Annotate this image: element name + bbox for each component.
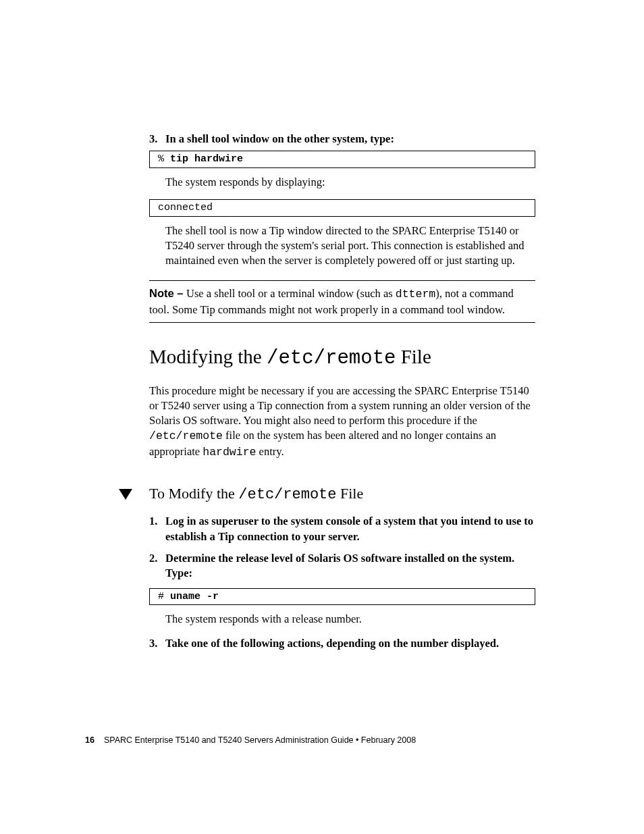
page-footer: 16SPARC Enterprise T5140 and T5240 Serve… bbox=[85, 735, 416, 746]
section-heading-pre: Modifying the bbox=[149, 346, 267, 367]
step-2-body: The system responds with a release numbe… bbox=[165, 612, 535, 627]
page-number: 16 bbox=[85, 735, 95, 745]
code-prompt: # bbox=[158, 591, 170, 602]
step-text: Take one of the following actions, depen… bbox=[165, 636, 535, 651]
code-box-connected: connected bbox=[149, 199, 535, 217]
step-2-response: The system responds with a release numbe… bbox=[165, 612, 535, 627]
step-3b-item: 3. Take one of the following actions, de… bbox=[149, 636, 535, 651]
note-label: Note – bbox=[149, 287, 186, 299]
subsection-heading: To Modify the /etc/remote File bbox=[149, 484, 363, 505]
note-text: Note – Use a shell tool or a terminal wi… bbox=[149, 281, 535, 322]
note-rule-bottom bbox=[149, 322, 535, 323]
code-box-uname: # uname -r bbox=[149, 588, 535, 606]
code-output: connected bbox=[158, 202, 213, 213]
step-3-body: The system responds by displaying: bbox=[165, 175, 535, 190]
code-command: tip hardwire bbox=[170, 153, 243, 165]
sp-p3: entry. bbox=[256, 445, 284, 458]
subsection-code: /etc/remote bbox=[238, 486, 336, 503]
step-2-item: 2. Determine the release level of Solari… bbox=[149, 551, 535, 581]
tip-explanation-text: The shell tool is now a Tip window direc… bbox=[165, 224, 535, 269]
step-text: Log in as superuser to the system consol… bbox=[165, 514, 535, 544]
subsection-pre: To Modify the bbox=[149, 485, 238, 502]
note-pre: Use a shell tool or a terminal window (s… bbox=[186, 287, 396, 300]
page-content: 3. In a shell tool window on the other s… bbox=[149, 132, 535, 656]
step-number: 2. bbox=[149, 551, 165, 581]
tip-explanation: The shell tool is now a Tip window direc… bbox=[165, 224, 535, 269]
step-3-item: 3. In a shell tool window on the other s… bbox=[149, 132, 535, 147]
note-code: dtterm bbox=[396, 288, 435, 301]
response-intro: The system responds by displaying: bbox=[165, 175, 535, 190]
step-text: Determine the release level of Solaris O… bbox=[165, 551, 535, 581]
svg-marker-0 bbox=[119, 489, 132, 500]
sp-p1: This procedure might be necessary if you… bbox=[149, 384, 531, 427]
step-number: 1. bbox=[149, 514, 165, 544]
section-heading-post: File bbox=[396, 346, 431, 367]
note-block: Note – Use a shell tool or a terminal wi… bbox=[149, 280, 535, 323]
section-heading: Modifying the /etc/remote File bbox=[149, 344, 535, 371]
sp-c1: /etc/remote bbox=[149, 429, 223, 442]
step-list-lower: 1. Log in as superuser to the system con… bbox=[149, 514, 535, 581]
procedure-heading-row: To Modify the /etc/remote File bbox=[118, 484, 535, 505]
sp-c2: hardwire bbox=[203, 446, 256, 459]
code-box-tip: % tip hardwire bbox=[149, 151, 535, 168]
subsection-post: File bbox=[337, 485, 364, 502]
section-heading-code: /etc/remote bbox=[267, 347, 396, 369]
code-prompt: % bbox=[158, 153, 170, 165]
step-number: 3. bbox=[149, 636, 165, 651]
step-text: In a shell tool window on the other syst… bbox=[165, 132, 535, 147]
footer-title: SPARC Enterprise T5140 and T5240 Servers… bbox=[104, 735, 416, 745]
step-list-upper: 3. In a shell tool window on the other s… bbox=[149, 132, 535, 147]
step-list-lower-2: 3. Take one of the following actions, de… bbox=[149, 636, 535, 651]
section-paragraph: This procedure might be necessary if you… bbox=[149, 384, 535, 460]
step-number: 3. bbox=[149, 132, 165, 147]
triangle-down-icon bbox=[118, 488, 149, 500]
step-1-item: 1. Log in as superuser to the system con… bbox=[149, 514, 535, 544]
code-command: uname -r bbox=[170, 591, 219, 602]
